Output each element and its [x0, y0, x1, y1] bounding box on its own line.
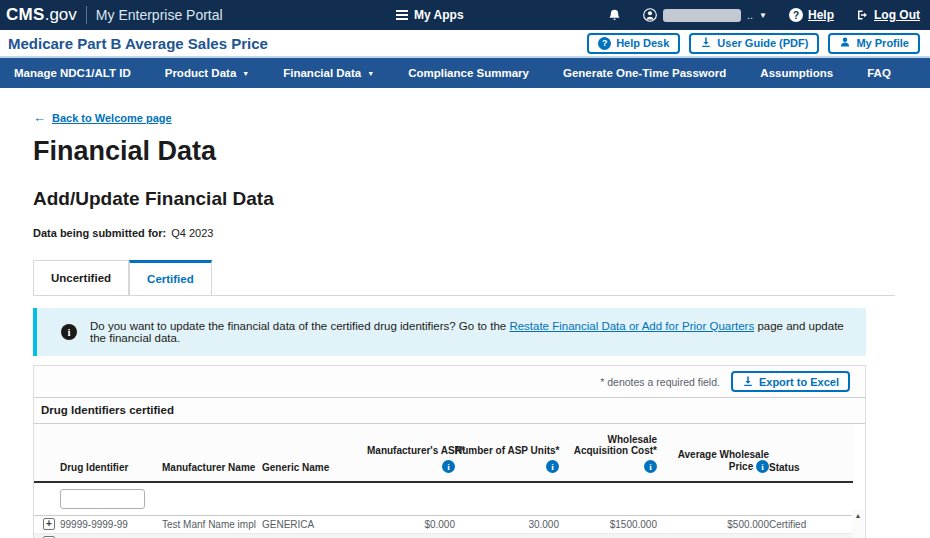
cell-generic-name: GENERICA [262, 533, 367, 538]
my-profile-label: My Profile [856, 37, 909, 49]
cell-asp-units: 500.000 [455, 533, 559, 538]
filter-cell-empty [34, 482, 60, 515]
help-desk-button[interactable]: ? Help Desk [587, 33, 680, 54]
brand-divider [86, 6, 87, 24]
app-title: Medicare Part B Average Sales Price [8, 35, 268, 52]
user-guide-label: User Guide (PDF) [717, 37, 808, 49]
cell-average-wholesale-price: $500.000 [657, 515, 769, 533]
cell-status: Certified [769, 533, 853, 538]
filter-cell-rest [162, 482, 853, 515]
expand-column-header [34, 424, 60, 482]
col-drug-identifier: Drug Identifier [60, 424, 162, 482]
download-icon [742, 375, 754, 389]
cell-manufacturer-name: Test Manf Name impl [162, 515, 262, 533]
profile-person-icon [839, 36, 851, 50]
user-name-suffix: .. [747, 9, 753, 21]
table-section-title: Drug Identifiers certified [34, 397, 865, 424]
my-apps-label: My Apps [414, 8, 464, 22]
col-label: Manufacturer's ASP* [367, 445, 465, 456]
cell-average-wholesale-price: $1000.000 [657, 533, 769, 538]
tab-uncertified[interactable]: Uncertified [33, 260, 129, 295]
help-question-icon: ? [789, 8, 803, 22]
app-header: Medicare Part B Average Sales Price ? He… [0, 30, 930, 58]
nav-product-data[interactable]: Product Data▼ [165, 67, 250, 79]
nav-assumptions[interactable]: Assumptions [760, 67, 833, 79]
cell-status: Certified [769, 515, 853, 533]
help-desk-label: Help Desk [616, 37, 669, 49]
col-generic-name: Generic Name [262, 424, 367, 482]
top-bar: CMS.gov My Enterprise Portal My Apps .. … [0, 0, 930, 30]
table-vertical-scrollbar[interactable]: ▲ [852, 510, 864, 538]
info-icon[interactable]: i [644, 460, 657, 473]
restate-financial-data-link[interactable]: Restate Financial Data or Add for Prior … [509, 320, 754, 332]
filter-cell [60, 482, 162, 515]
table-row: + xyz Test Manf Name impl GENERICA $5000… [34, 533, 853, 538]
user-menu[interactable]: .. ▼ [643, 8, 767, 22]
portal-name: My Enterprise Portal [96, 7, 223, 23]
col-manufacturers-asp: Manufacturer's ASP* i [367, 424, 455, 482]
col-manufacturer-name: Manufacturer Name [162, 424, 262, 482]
chevron-down-icon: ▼ [242, 70, 249, 77]
cell-manufacturers-asp: $5000.000 [367, 533, 455, 538]
required-field-note: * denotes a required field. [600, 376, 720, 388]
nav-generate-otp[interactable]: Generate One-Time Password [563, 67, 726, 79]
tab-label: Certified [147, 273, 194, 285]
user-name-redacted [663, 9, 741, 22]
cms-gov-logo[interactable]: CMS.gov [6, 5, 77, 25]
main-nav: Manage NDC1/ALT ID Product Data▼ Financi… [0, 58, 930, 88]
alert-text-before: Do you want to update the financial data… [90, 320, 509, 332]
cell-wholesale-acquisition-cost: $10000.000 [559, 533, 657, 538]
scroll-up-arrow-icon[interactable]: ▲ [855, 512, 862, 538]
nav-label: Financial Data [283, 67, 361, 79]
filter-row [34, 482, 853, 515]
expand-row-button[interactable]: + [43, 518, 55, 530]
nav-faq[interactable]: FAQ [867, 67, 891, 79]
drug-identifiers-panel: * denotes a required field. Export to Ex… [33, 365, 866, 538]
list-menu-icon [396, 10, 408, 20]
nav-financial-data[interactable]: Financial Data▼ [283, 67, 374, 79]
user-guide-button[interactable]: User Guide (PDF) [689, 33, 819, 54]
drug-identifiers-table: Drug Identifier Manufacturer Name Generi… [34, 424, 853, 538]
nav-label: FAQ [867, 67, 891, 79]
page-title: Financial Data [33, 136, 930, 167]
export-label: Export to Excel [759, 376, 839, 388]
back-link-label: Back to Welcome page [52, 112, 172, 124]
expand-cell: + [34, 533, 60, 538]
cell-drug-identifier: 99999-9999-99 [60, 515, 162, 533]
my-apps-button[interactable]: My Apps [396, 8, 464, 22]
table-row: + 99999-9999-99 Test Manf Name impl GENE… [34, 515, 853, 533]
tab-certified[interactable]: Certified [129, 260, 212, 295]
nav-compliance-summary[interactable]: Compliance Summary [408, 67, 529, 79]
tab-label: Uncertified [51, 272, 111, 284]
logout-label: Log Out [874, 8, 920, 22]
panel-toolbar: * denotes a required field. Export to Ex… [34, 366, 865, 397]
my-profile-button[interactable]: My Profile [828, 33, 920, 54]
chevron-down-icon: ▼ [367, 70, 374, 77]
col-asp-units: Number of ASP Units* i [455, 424, 559, 482]
nav-manage-ndc1-alt-id[interactable]: Manage NDC1/ALT ID [14, 67, 131, 79]
left-arrow-icon: ← [33, 110, 46, 125]
submission-period-label: Data being submitted for: [33, 227, 166, 239]
cell-manufacturers-asp: $0.000 [367, 515, 455, 533]
logout-exit-icon [856, 9, 869, 21]
tab-strip: Uncertified Certified [33, 260, 895, 296]
cell-generic-name: GENERICA [262, 515, 367, 533]
help-link[interactable]: ? Help [789, 8, 834, 22]
col-wholesale-acquisition-cost: Wholesale Acquisition Cost* i [559, 424, 657, 482]
drug-identifier-filter-input[interactable] [60, 489, 145, 509]
help-desk-question-icon: ? [598, 37, 611, 50]
info-icon[interactable]: i [756, 460, 769, 473]
chevron-down-icon: ▼ [759, 11, 767, 20]
help-label: Help [808, 8, 834, 22]
nav-label: Product Data [165, 67, 237, 79]
logout-link[interactable]: Log Out [856, 8, 920, 22]
info-icon[interactable]: i [442, 460, 455, 473]
back-to-welcome-link[interactable]: ← Back to Welcome page [33, 110, 172, 125]
brand-gov: .gov [45, 5, 77, 25]
page-content: ← Back to Welcome page Financial Data Ad… [0, 88, 930, 538]
info-icon[interactable]: i [546, 460, 559, 473]
submission-period-value: Q4 2023 [171, 227, 213, 239]
export-to-excel-button[interactable]: Export to Excel [731, 371, 850, 392]
nav-label: Assumptions [760, 67, 833, 79]
notification-bell-icon[interactable] [608, 8, 621, 22]
